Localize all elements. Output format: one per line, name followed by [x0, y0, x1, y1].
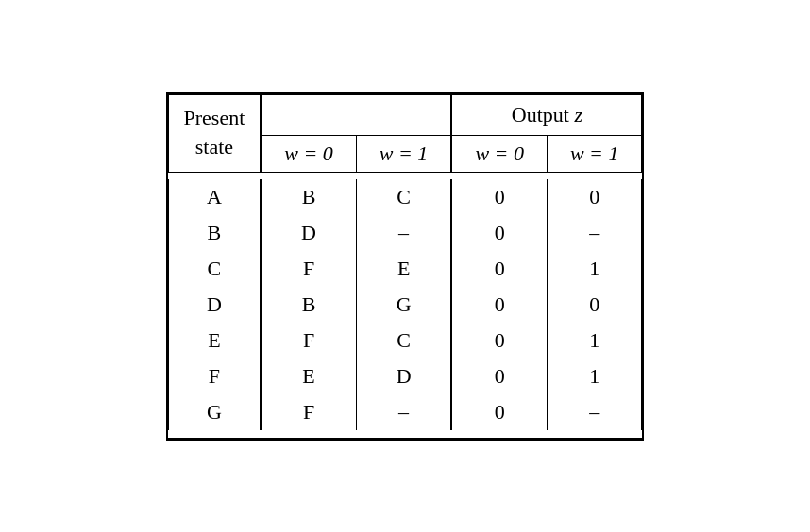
- spacer-row-top: [168, 172, 642, 179]
- cell-ns-w1-5: D: [356, 358, 451, 394]
- cell-out-w1-4: 1: [547, 323, 642, 358]
- table-row: B D – 0 –: [168, 215, 642, 251]
- cell-out-w0-5: 0: [451, 358, 547, 394]
- cell-out-w0-6: 0: [451, 394, 547, 430]
- cell-ns-w1-0: C: [356, 179, 451, 215]
- cell-out-w1-1: –: [547, 215, 642, 251]
- ns-w1-header: w = 1: [356, 135, 451, 172]
- cell-out-w0-1: 0: [451, 215, 547, 251]
- main-table-container: Presentstate Output z w = 0 w = 1 w = 0 …: [166, 92, 645, 441]
- cell-out-w1-3: 0: [547, 287, 642, 323]
- cell-out-w0-2: 0: [451, 251, 547, 287]
- cell-out-w0-4: 0: [451, 323, 547, 358]
- cell-out-w1-6: –: [547, 394, 642, 430]
- cell-ns-w0-0: B: [261, 179, 356, 215]
- table-row: F E D 0 1: [168, 358, 642, 394]
- out-w1-header: w = 1: [547, 135, 642, 172]
- cell-ns-w0-1: D: [261, 215, 356, 251]
- cell-ns-w0-5: E: [261, 358, 356, 394]
- cell-present-6: G: [168, 394, 261, 430]
- cell-present-0: A: [168, 179, 261, 215]
- cell-ns-w1-6: –: [356, 394, 451, 430]
- ns-w0-header: w = 0: [261, 135, 356, 172]
- cell-present-3: D: [168, 287, 261, 323]
- cell-out-w1-5: 1: [547, 358, 642, 394]
- cell-ns-w0-4: F: [261, 323, 356, 358]
- output-z-header: Output z: [451, 94, 642, 135]
- table-row: C F E 0 1: [168, 251, 642, 287]
- cell-out-w0-3: 0: [451, 287, 547, 323]
- cell-present-2: C: [168, 251, 261, 287]
- cell-ns-w0-6: F: [261, 394, 356, 430]
- state-table: Presentstate Output z w = 0 w = 1 w = 0 …: [168, 94, 643, 439]
- out-w0-header: w = 0: [451, 135, 547, 172]
- table-row: D B G 0 0: [168, 287, 642, 323]
- cell-ns-w0-2: F: [261, 251, 356, 287]
- cell-present-5: F: [168, 358, 261, 394]
- table-body: A B C 0 0 B D – 0 – C F E 0 1 D B G 0 0 …: [168, 172, 642, 438]
- table-row: G F – 0 –: [168, 394, 642, 430]
- present-state-header: Presentstate: [168, 94, 261, 172]
- cell-present-4: E: [168, 323, 261, 358]
- cell-out-w0-0: 0: [451, 179, 547, 215]
- cell-ns-w1-3: G: [356, 287, 451, 323]
- cell-present-1: B: [168, 215, 261, 251]
- header-row-top: Presentstate Output z: [168, 94, 642, 135]
- cell-ns-w1-1: –: [356, 215, 451, 251]
- cell-out-w1-2: 1: [547, 251, 642, 287]
- spacer-row-bottom: [168, 430, 642, 438]
- cell-ns-w1-2: E: [356, 251, 451, 287]
- cell-out-w1-0: 0: [547, 179, 642, 215]
- cell-ns-w1-4: C: [356, 323, 451, 358]
- table-row: E F C 0 1: [168, 323, 642, 358]
- next-state-header: [261, 94, 451, 135]
- table-row: A B C 0 0: [168, 179, 642, 215]
- cell-ns-w0-3: B: [261, 287, 356, 323]
